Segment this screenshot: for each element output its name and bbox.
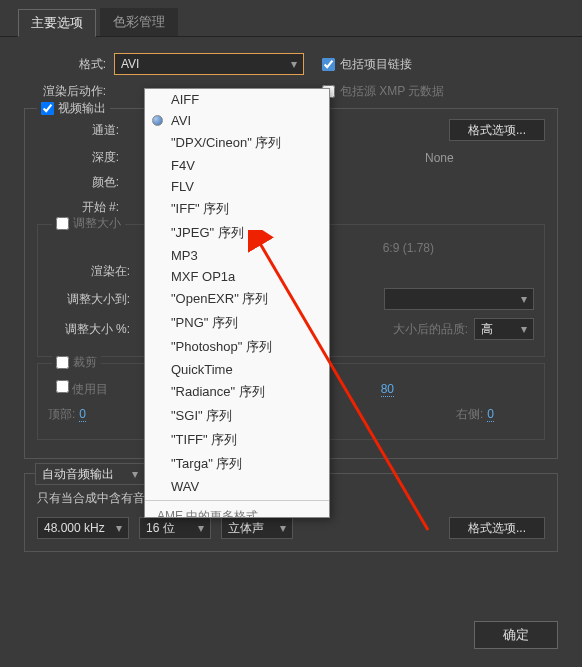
crop-right-label: 右侧: bbox=[456, 406, 483, 423]
resize-to-select[interactable] bbox=[384, 288, 534, 310]
format-option[interactable]: "DPX/Cineon" 序列 bbox=[145, 131, 329, 155]
format-option[interactable]: "Targa" 序列 bbox=[145, 452, 329, 476]
audio-stereo-select[interactable]: 立体声 bbox=[221, 517, 293, 539]
crop-val-80[interactable]: 80 bbox=[381, 382, 394, 397]
post-render-label: 渲染后动作: bbox=[24, 83, 114, 100]
crop-toggle[interactable] bbox=[56, 356, 69, 369]
format-option[interactable]: "JPEG" 序列 bbox=[145, 221, 329, 245]
audio-rate-value: 48.000 kHz bbox=[44, 521, 105, 535]
tab-main[interactable]: 主要选项 bbox=[18, 9, 96, 37]
xmp-checkbox[interactable]: 包括源 XMP 元数据 bbox=[322, 83, 444, 100]
crop-top-value[interactable]: 0 bbox=[79, 407, 86, 422]
audio-rate-select[interactable]: 48.000 kHz bbox=[37, 517, 129, 539]
format-dropdown-list[interactable]: AIFFAVI"DPX/Cineon" 序列F4VFLV"IFF" 序列"JPE… bbox=[144, 88, 330, 518]
format-option[interactable]: "PNG" 序列 bbox=[145, 311, 329, 335]
crop-right-value[interactable]: 0 bbox=[487, 407, 494, 422]
render-at-label: 渲染在: bbox=[48, 263, 138, 280]
resize-pct-label: 调整大小 %: bbox=[48, 321, 138, 338]
format-option[interactable]: WAV bbox=[145, 476, 329, 497]
format-selected-value: AVI bbox=[121, 57, 139, 71]
audio-output-mode-value: 自动音频输出 bbox=[42, 466, 114, 483]
confirm-button[interactable]: 确定 bbox=[474, 621, 558, 649]
depth-value-none: None bbox=[425, 151, 545, 165]
format-option[interactable]: AVI bbox=[145, 110, 329, 131]
video-output-title: 视频输出 bbox=[58, 100, 106, 117]
format-label: 格式: bbox=[24, 56, 114, 73]
dropdown-separator bbox=[145, 500, 329, 501]
audio-format-options-button[interactable]: 格式选项... bbox=[449, 517, 545, 539]
resize-toggle[interactable] bbox=[56, 217, 69, 230]
format-option[interactable]: "SGI" 序列 bbox=[145, 404, 329, 428]
format-option[interactable]: MP3 bbox=[145, 245, 329, 266]
channel-label: 通道: bbox=[37, 122, 127, 139]
format-option[interactable]: "TIFF" 序列 bbox=[145, 428, 329, 452]
project-link-checkbox[interactable]: 包括项目链接 bbox=[322, 56, 412, 73]
depth-label: 深度: bbox=[37, 149, 127, 166]
format-option[interactable]: "OpenEXR" 序列 bbox=[145, 287, 329, 311]
resize-title: 调整大小 bbox=[73, 215, 121, 232]
ratio-value: 6:9 (1.78) bbox=[383, 241, 434, 255]
crop-use-target-label: 使用目 bbox=[72, 382, 108, 396]
dropdown-more-formats[interactable]: AME 中的更多格式 bbox=[145, 504, 329, 518]
xmp-label: 包括源 XMP 元数据 bbox=[340, 83, 444, 100]
resize-quality-label: 大小后的品质: bbox=[393, 321, 468, 338]
format-select[interactable]: AVI bbox=[114, 53, 304, 75]
format-option[interactable]: "Radiance" 序列 bbox=[145, 380, 329, 404]
crop-top-label: 顶部: bbox=[48, 406, 75, 423]
tab-color-management[interactable]: 色彩管理 bbox=[100, 8, 178, 36]
project-link-check-input[interactable] bbox=[322, 58, 335, 71]
video-format-options-button[interactable]: 格式选项... bbox=[449, 119, 545, 141]
video-output-toggle[interactable] bbox=[41, 102, 54, 115]
format-option[interactable]: F4V bbox=[145, 155, 329, 176]
color-label: 颜色: bbox=[37, 174, 127, 191]
format-option[interactable]: AIFF bbox=[145, 89, 329, 110]
audio-bits-value: 16 位 bbox=[146, 520, 175, 537]
audio-stereo-value: 立体声 bbox=[228, 520, 264, 537]
project-link-label: 包括项目链接 bbox=[340, 56, 412, 73]
start-num-label: 开始 #: bbox=[37, 199, 127, 216]
format-option[interactable]: FLV bbox=[145, 176, 329, 197]
audio-bits-select[interactable]: 16 位 bbox=[139, 517, 211, 539]
resize-quality-select[interactable]: 高 bbox=[474, 318, 534, 340]
format-option[interactable]: "IFF" 序列 bbox=[145, 197, 329, 221]
crop-use-target-check[interactable] bbox=[56, 380, 69, 393]
resize-quality-value: 高 bbox=[481, 321, 493, 338]
format-option[interactable]: "Photoshop" 序列 bbox=[145, 335, 329, 359]
resize-to-label: 调整大小到: bbox=[48, 291, 138, 308]
crop-title: 裁剪 bbox=[73, 354, 97, 371]
format-option[interactable]: MXF OP1a bbox=[145, 266, 329, 287]
format-option[interactable]: QuickTime bbox=[145, 359, 329, 380]
audio-output-mode-select[interactable]: 自动音频输出 bbox=[35, 463, 145, 485]
